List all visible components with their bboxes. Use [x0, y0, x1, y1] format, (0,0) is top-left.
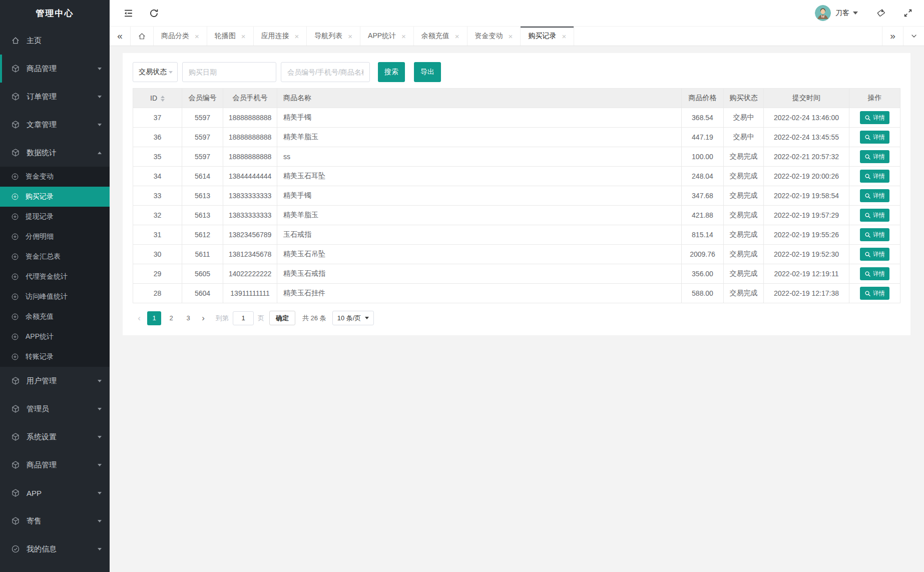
- avatar: [815, 5, 831, 21]
- sidebar-item-data-statistics[interactable]: 数据统计: [0, 139, 110, 167]
- tabs-dropdown-icon[interactable]: [903, 27, 924, 46]
- cell-time: 2022-02-21 20:57:32: [764, 147, 849, 167]
- double-chevron-left-icon[interactable]: «: [110, 27, 131, 46]
- cell-action: 详情: [849, 128, 900, 147]
- jump-page-input[interactable]: [233, 311, 254, 325]
- detail-button[interactable]: 详情: [860, 287, 889, 300]
- tab-app-link[interactable]: 应用连接×: [254, 27, 307, 46]
- cell-phone: 18888888888: [223, 128, 277, 147]
- detail-button-label: 详情: [873, 231, 885, 239]
- close-icon[interactable]: ×: [295, 33, 299, 40]
- cell-action: 详情: [849, 167, 900, 186]
- close-icon[interactable]: ×: [509, 33, 513, 40]
- column-header-会员编号: 会员编号: [182, 89, 223, 108]
- cube-icon: [11, 460, 20, 469]
- detail-button[interactable]: 详情: [860, 111, 889, 124]
- sidebar-item-system-settings[interactable]: 系统设置: [0, 423, 110, 451]
- page-1[interactable]: 1: [147, 311, 161, 325]
- close-icon[interactable]: ×: [401, 33, 406, 40]
- sidebar-item-app-stats[interactable]: APP统计: [0, 327, 110, 347]
- sidebar-item-purchase-records[interactable]: 购买记录: [0, 187, 110, 207]
- page-3[interactable]: 3: [181, 311, 195, 325]
- sidebar-item-article-management[interactable]: 文章管理: [0, 111, 110, 139]
- sidebar-item-funds-summary[interactable]: 资金汇总表: [0, 247, 110, 267]
- tab-label: APP统计: [368, 32, 396, 41]
- tab-funds-change[interactable]: 资金变动×: [468, 27, 521, 46]
- keyword-input[interactable]: [281, 62, 370, 82]
- cell-member_no: 5597: [182, 128, 223, 147]
- sidebar-item-withdraw-records[interactable]: 提现记录: [0, 207, 110, 227]
- chevron-down-icon: [98, 492, 102, 494]
- detail-button[interactable]: 详情: [860, 189, 889, 202]
- column-header-会员手机号: 会员手机号: [223, 89, 277, 108]
- cell-price: 248.04: [682, 167, 724, 186]
- detail-button[interactable]: 详情: [860, 228, 889, 241]
- close-icon[interactable]: ×: [195, 33, 199, 40]
- sidebar-item-balance-recharge[interactable]: 余额充值: [0, 307, 110, 327]
- tab-purchase-records[interactable]: 购买记录×: [521, 27, 574, 46]
- confirm-button[interactable]: 确定: [269, 311, 295, 325]
- date-input[interactable]: [182, 62, 276, 82]
- tab-app-stats[interactable]: APP统计×: [360, 27, 414, 46]
- cell-phone: 18888888888: [223, 108, 277, 128]
- close-icon[interactable]: ×: [455, 33, 459, 40]
- sidebar-item-funds-change[interactable]: 资金变动: [0, 167, 110, 187]
- column-label: 购买状态: [730, 94, 758, 102]
- tab-home[interactable]: [131, 27, 154, 46]
- fullscreen-icon[interactable]: [903, 8, 913, 18]
- user-menu[interactable]: 刀客: [815, 5, 858, 21]
- detail-button[interactable]: 详情: [860, 170, 889, 183]
- search-button[interactable]: 搜索: [378, 62, 405, 82]
- tag-icon[interactable]: [876, 8, 886, 18]
- circle-plus-icon: [11, 293, 19, 301]
- sidebar-item-label: 数据统计: [27, 148, 98, 158]
- sidebar-item-app[interactable]: APP: [0, 479, 110, 507]
- sidebar-item-home[interactable]: 主页: [0, 27, 110, 55]
- page-size-select[interactable]: 10 条/页: [332, 311, 374, 325]
- sidebar-item-goods-management-2[interactable]: 商品管理: [0, 451, 110, 479]
- sidebar-item-label: 资金汇总表: [26, 252, 102, 261]
- sidebar-item-transfer-records[interactable]: 转账记录: [0, 347, 110, 367]
- next-page-icon[interactable]: ›: [197, 311, 210, 325]
- column-header-ID[interactable]: ID: [133, 89, 182, 108]
- sidebar-item-user-management[interactable]: 用户管理: [0, 367, 110, 395]
- cell-price: 447.19: [682, 128, 724, 147]
- cell-phone: 13833333333: [223, 186, 277, 206]
- sidebar-item-goods-management[interactable]: 商品管理: [0, 55, 110, 83]
- close-icon[interactable]: ×: [241, 33, 246, 40]
- circle-plus-icon: [11, 213, 19, 221]
- status-select[interactable]: 交易状态: [133, 62, 178, 82]
- detail-button[interactable]: 详情: [860, 131, 889, 144]
- sidebar-item-commission-details[interactable]: 分佣明细: [0, 227, 110, 247]
- refresh-icon[interactable]: [149, 8, 159, 19]
- circle-plus-icon: [11, 193, 19, 201]
- prev-page-icon[interactable]: ‹: [133, 311, 146, 325]
- tabbar-spacer: [574, 27, 882, 46]
- sidebar-item-visit-peak-stats[interactable]: 访问峰值统计: [0, 287, 110, 307]
- detail-button[interactable]: 详情: [860, 209, 889, 222]
- double-chevron-right-icon[interactable]: »: [882, 27, 903, 46]
- tab-goods-category[interactable]: 商品分类×: [154, 27, 207, 46]
- tab-carousel[interactable]: 轮播图×: [207, 27, 254, 46]
- sidebar-item-consignment[interactable]: 寄售: [0, 507, 110, 535]
- tab-balance-recharge[interactable]: 余额充值×: [414, 27, 468, 46]
- cell-status: 交易完成: [724, 225, 764, 245]
- sidebar-item-my-info[interactable]: 我的信息: [0, 535, 110, 563]
- menu-fold-icon[interactable]: [123, 8, 134, 19]
- cell-status: 交易中: [724, 108, 764, 128]
- detail-button-label: 详情: [873, 133, 885, 142]
- export-button[interactable]: 导出: [414, 62, 441, 82]
- close-icon[interactable]: ×: [348, 33, 352, 40]
- detail-button[interactable]: 详情: [860, 248, 889, 261]
- page-2[interactable]: 2: [164, 311, 178, 325]
- sort-icon[interactable]: [161, 96, 165, 102]
- sidebar-item-order-management[interactable]: 订单管理: [0, 83, 110, 111]
- sidebar-item-administrators[interactable]: 管理员: [0, 395, 110, 423]
- detail-button[interactable]: 详情: [860, 150, 889, 163]
- tab-nav-list[interactable]: 导航列表×: [307, 27, 360, 46]
- close-icon[interactable]: ×: [562, 33, 566, 40]
- detail-button[interactable]: 详情: [860, 267, 889, 280]
- sidebar-item-agent-funds-stats[interactable]: 代理资金统计: [0, 267, 110, 287]
- column-label: 提交时间: [792, 94, 820, 102]
- tab-label: 导航列表: [314, 32, 342, 41]
